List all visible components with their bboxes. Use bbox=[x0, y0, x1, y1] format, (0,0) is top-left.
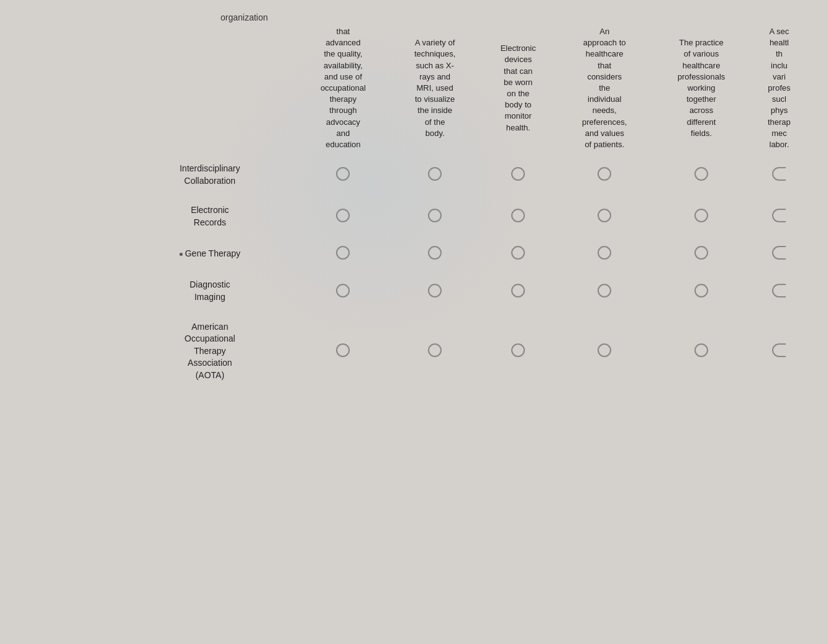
radio-cell[interactable] bbox=[391, 312, 479, 391]
row-label-electronic-records: ElectronicRecords bbox=[124, 196, 296, 237]
radio-cell[interactable] bbox=[479, 154, 557, 196]
radio-circle[interactable] bbox=[428, 246, 442, 260]
bullet-dot bbox=[180, 253, 183, 256]
radio-circle[interactable] bbox=[428, 209, 442, 222]
row-label-interdisciplinary: InterdisciplinaryCollaboration bbox=[124, 154, 296, 196]
radio-circle[interactable] bbox=[694, 167, 708, 181]
col-header-3: Electronicdevicesthat canbe wornon thebo… bbox=[479, 22, 557, 154]
radio-cell[interactable] bbox=[557, 154, 652, 196]
table-row: InterdisciplinaryCollaboration bbox=[124, 154, 808, 196]
radio-circle[interactable] bbox=[598, 167, 611, 181]
radio-circle-partial[interactable] bbox=[772, 284, 786, 297]
radio-cell[interactable] bbox=[296, 154, 391, 196]
col-header-1: thatadvancedthe quality,availability,and… bbox=[296, 22, 391, 154]
radio-circle[interactable] bbox=[428, 343, 442, 357]
radio-cell[interactable] bbox=[479, 270, 557, 312]
radio-circle[interactable] bbox=[511, 167, 525, 181]
col-header-4: Anapproach tohealthcarethatconsidersthei… bbox=[557, 22, 652, 154]
radio-cell[interactable] bbox=[296, 312, 391, 391]
radio-circle[interactable] bbox=[511, 343, 525, 357]
radio-circle[interactable] bbox=[598, 284, 611, 297]
radio-circle[interactable] bbox=[511, 284, 525, 297]
radio-circle[interactable] bbox=[694, 284, 708, 297]
radio-circle-partial[interactable] bbox=[772, 209, 786, 222]
table-row: ElectronicRecords bbox=[124, 196, 808, 237]
radio-circle[interactable] bbox=[336, 246, 350, 260]
radio-cell[interactable] bbox=[391, 237, 479, 270]
radio-circle[interactable] bbox=[694, 246, 708, 260]
radio-cell[interactable] bbox=[391, 196, 479, 237]
radio-cell[interactable] bbox=[652, 270, 751, 312]
col-header-5: The practiceof varioushealthcareprofessi… bbox=[652, 22, 751, 154]
radio-cell[interactable] bbox=[296, 196, 391, 237]
radio-circle[interactable] bbox=[598, 209, 611, 222]
col-header-2: A variety oftechniques,such as X-rays an… bbox=[391, 22, 479, 154]
radio-circle[interactable] bbox=[694, 209, 708, 222]
radio-circle-partial[interactable] bbox=[772, 343, 786, 357]
org-label: organization bbox=[221, 12, 268, 22]
col-header-6: A sechealtlthincluvariprofessuclphysther… bbox=[751, 22, 808, 154]
radio-circle[interactable] bbox=[598, 343, 611, 357]
radio-cell[interactable] bbox=[479, 312, 557, 391]
radio-circle[interactable] bbox=[336, 284, 350, 297]
radio-circle[interactable] bbox=[336, 209, 350, 222]
radio-circle[interactable] bbox=[336, 343, 350, 357]
page-wrapper: organization thatadvancedthe quality,ava… bbox=[0, 0, 828, 644]
radio-cell[interactable] bbox=[296, 237, 391, 270]
radio-cell[interactable] bbox=[557, 312, 652, 391]
radio-circle[interactable] bbox=[694, 343, 708, 357]
radio-cell[interactable] bbox=[479, 237, 557, 270]
radio-cell[interactable] bbox=[391, 154, 479, 196]
radio-circle[interactable] bbox=[511, 246, 525, 260]
radio-cell[interactable] bbox=[479, 196, 557, 237]
radio-cell[interactable] bbox=[652, 154, 751, 196]
radio-cell[interactable] bbox=[751, 196, 808, 237]
radio-circle[interactable] bbox=[511, 209, 525, 222]
table-row: AmericanOccupationalTherapyAssociation(A… bbox=[124, 312, 808, 391]
row-label-diagnostic-imaging: DiagnosticImaging bbox=[124, 270, 296, 312]
radio-cell[interactable] bbox=[557, 237, 652, 270]
radio-cell[interactable] bbox=[652, 196, 751, 237]
corner-cell bbox=[124, 22, 296, 154]
radio-circle[interactable] bbox=[428, 284, 442, 297]
row-label-gene-therapy: Gene Therapy bbox=[124, 237, 296, 270]
radio-cell[interactable] bbox=[557, 196, 652, 237]
radio-cell[interactable] bbox=[751, 154, 808, 196]
radio-circle[interactable] bbox=[598, 246, 611, 260]
radio-cell[interactable] bbox=[751, 237, 808, 270]
radio-cell[interactable] bbox=[751, 312, 808, 391]
content-area: organization thatadvancedthe quality,ava… bbox=[0, 0, 828, 391]
matching-matrix: thatadvancedthe quality,availability,and… bbox=[124, 22, 808, 391]
radio-cell[interactable] bbox=[652, 312, 751, 391]
radio-circle-partial[interactable] bbox=[772, 167, 786, 181]
table-row: Gene Therapy bbox=[124, 237, 808, 270]
radio-circle-partial[interactable] bbox=[772, 246, 786, 260]
radio-circle[interactable] bbox=[428, 167, 442, 181]
radio-cell[interactable] bbox=[296, 270, 391, 312]
table-row: DiagnosticImaging bbox=[124, 270, 808, 312]
radio-cell[interactable] bbox=[652, 237, 751, 270]
radio-cell[interactable] bbox=[751, 270, 808, 312]
header-row: thatadvancedthe quality,availability,and… bbox=[124, 22, 808, 154]
radio-circle[interactable] bbox=[336, 167, 350, 181]
radio-cell[interactable] bbox=[391, 270, 479, 312]
row-label-aota: AmericanOccupationalTherapyAssociation(A… bbox=[124, 312, 296, 391]
radio-cell[interactable] bbox=[557, 270, 652, 312]
